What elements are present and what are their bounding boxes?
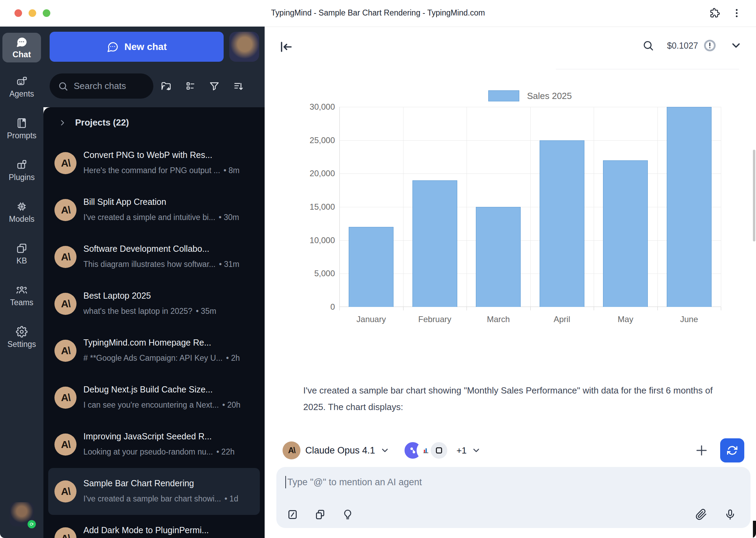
chat-list-item[interactable]: A\Debug Next.js Build Cache Size...I can… xyxy=(48,374,260,421)
sidebar-item-plugins[interactable]: Plugins xyxy=(0,159,43,182)
y-axis-tick-label: 30,000 xyxy=(310,102,335,112)
chat-subtitle: This diagram illustrates how softwar... xyxy=(83,260,215,269)
chat-title: Best Laptop 2025 xyxy=(83,291,251,301)
sort-icon[interactable] xyxy=(233,81,244,92)
chat-timestamp: • 35m xyxy=(196,307,216,316)
sidebar-item-models[interactable]: Models xyxy=(0,201,43,224)
x-axis-tick-label: June xyxy=(680,315,698,324)
cost-value: $0.1027 xyxy=(667,41,698,51)
list-view-icon[interactable] xyxy=(185,81,196,92)
bar-april[interactable] xyxy=(540,140,584,307)
anthropic-avatar: A\ xyxy=(54,434,76,456)
user-profile-avatar[interactable]: ⟳ xyxy=(10,502,34,526)
models-icon xyxy=(16,201,28,212)
sidebar-item-teams[interactable]: Teams xyxy=(0,284,43,307)
anthropic-avatar: A\ xyxy=(54,387,76,409)
filter-icon[interactable] xyxy=(209,81,220,92)
chat-icon xyxy=(16,36,28,48)
sidebar-item-kb[interactable]: KB xyxy=(0,242,43,266)
plugin-icon-3 xyxy=(430,441,448,460)
chat-subtitle: what's the best laptop in 2025? xyxy=(83,307,192,316)
bar-may[interactable] xyxy=(603,160,648,307)
scroll-down-icon[interactable] xyxy=(730,39,742,52)
chat-list-item[interactable]: A\Sample Bar Chart RenderingI've created… xyxy=(48,468,260,515)
chat-list-item[interactable]: A\Software Development Collabo...This di… xyxy=(48,233,260,280)
bar-march[interactable] xyxy=(476,207,521,307)
plugins-more-count: +1 xyxy=(457,445,467,456)
projects-toggle[interactable]: Projects (22) xyxy=(59,117,129,128)
sidebar-item-label: Plugins xyxy=(9,173,34,182)
y-axis-tick-label: 20,000 xyxy=(310,169,335,178)
search-conversation-icon[interactable] xyxy=(642,40,654,51)
chevron-right-icon xyxy=(59,119,66,127)
collapse-sidebar-icon[interactable] xyxy=(278,39,294,54)
sidebar-item-chat[interactable]: Chat xyxy=(2,33,41,62)
chat-list-item[interactable]: A\Bill Split App CreationI've created a … xyxy=(48,187,260,233)
sidebar-item-settings[interactable]: Settings xyxy=(0,326,43,349)
x-axis-tick-label: January xyxy=(357,315,386,324)
axis-tick xyxy=(467,307,467,310)
anthropic-avatar: A\ xyxy=(54,293,76,315)
microphone-icon[interactable] xyxy=(724,509,736,520)
chevron-down-icon[interactable] xyxy=(471,446,481,455)
new-chat-button[interactable]: New chat xyxy=(50,32,224,62)
account-avatar[interactable] xyxy=(229,32,259,62)
chat-timestamp: • 2h xyxy=(226,353,240,363)
anthropic-avatar: A\ xyxy=(54,246,76,268)
attach-file-icon[interactable] xyxy=(695,509,707,520)
y-axis xyxy=(339,107,340,307)
sync-badge-icon: ⟳ xyxy=(28,520,36,528)
chat-timestamp: • 30m xyxy=(219,213,239,222)
chat-list-item[interactable]: A\Convert PNG to WebP with Res...Here's … xyxy=(48,140,260,187)
legend-label: Sales 2025 xyxy=(527,91,572,101)
y-axis-tick-label: 25,000 xyxy=(310,136,335,145)
suggestions-icon[interactable] xyxy=(342,509,354,520)
axis-tick xyxy=(403,307,403,310)
y-axis-tick-label: 10,000 xyxy=(310,236,335,245)
x-axis-tick-label: May xyxy=(618,315,633,324)
chat-timestamp: • 20h xyxy=(222,400,241,410)
gridline xyxy=(721,107,721,307)
scrollbar-thumb[interactable] xyxy=(753,150,755,241)
message-input[interactable]: Type "@" to mention an AI agent xyxy=(276,467,750,528)
chat-list-item[interactable]: A\Best Laptop 2025what's the best laptop… xyxy=(48,280,260,327)
x-axis-tick-label: February xyxy=(418,315,451,324)
chat-title: Debug Next.js Build Cache Size... xyxy=(83,385,251,395)
slash-command-icon[interactable] xyxy=(287,509,298,520)
chat-list-item[interactable]: A\Improving JavaScript Seeded R...Lookin… xyxy=(48,421,260,468)
chat-title: Software Development Collabo... xyxy=(83,244,251,254)
search-chats-input[interactable]: Search chats xyxy=(50,73,153,99)
gridline xyxy=(594,107,594,307)
prompt-library-icon[interactable] xyxy=(314,509,326,520)
new-folder-icon[interactable] xyxy=(161,81,172,92)
text-caret xyxy=(285,476,286,488)
chat-title: Convert PNG to WebP with Res... xyxy=(83,150,251,160)
chat-list: A\Convert PNG to WebP with Res...Here's … xyxy=(43,140,265,538)
regenerate-button[interactable] xyxy=(720,438,744,462)
axis-tick xyxy=(339,307,340,310)
chat-subtitle: # **Google Ads Campaign: API Key U... xyxy=(83,353,223,363)
assistant-message: I've created a sample bar chart showing … xyxy=(303,382,731,415)
chat-list-item[interactable]: A\TypingMind.com Homepage Re...# **Googl… xyxy=(48,327,260,374)
cost-warning-icon xyxy=(703,39,717,52)
browser-menu-icon[interactable] xyxy=(731,8,742,19)
plugins-selector[interactable] xyxy=(403,441,448,460)
search-icon xyxy=(58,81,68,91)
cost-indicator[interactable]: $0.1027 xyxy=(667,39,717,52)
sidebar-item-agents[interactable]: Agents xyxy=(0,76,43,99)
bar-february[interactable] xyxy=(412,180,457,307)
sidebar-item-prompts[interactable]: Prompts xyxy=(0,117,43,140)
bar-june[interactable] xyxy=(667,107,712,307)
chat-title: Sample Bar Chart Rendering xyxy=(83,478,251,488)
chevron-down-icon[interactable] xyxy=(380,446,390,455)
sidebar-item-label: Models xyxy=(9,215,34,224)
extensions-icon[interactable] xyxy=(709,8,720,19)
add-attachment-button[interactable] xyxy=(695,444,708,457)
bar-january[interactable] xyxy=(349,227,394,307)
input-placeholder: Type "@" to mention an AI agent xyxy=(287,477,422,488)
gridline xyxy=(657,107,658,307)
model-selector[interactable]: Claude Opus 4.1 xyxy=(305,445,375,456)
chart-legend[interactable]: Sales 2025 xyxy=(339,90,721,101)
y-axis-tick-label: 15,000 xyxy=(310,202,335,212)
chat-list-item[interactable]: A\Add Dark Mode to PluginPermi... xyxy=(48,515,260,538)
